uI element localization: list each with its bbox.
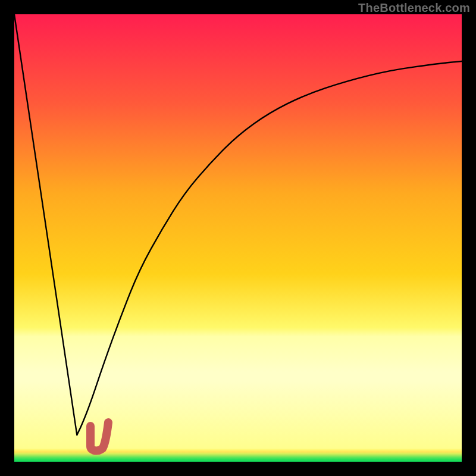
chart-frame: TheBottleneck.com bbox=[0, 0, 476, 476]
gradient-background bbox=[14, 14, 462, 462]
watermark-text: TheBottleneck.com bbox=[358, 1, 470, 15]
chart-plot bbox=[14, 14, 462, 462]
